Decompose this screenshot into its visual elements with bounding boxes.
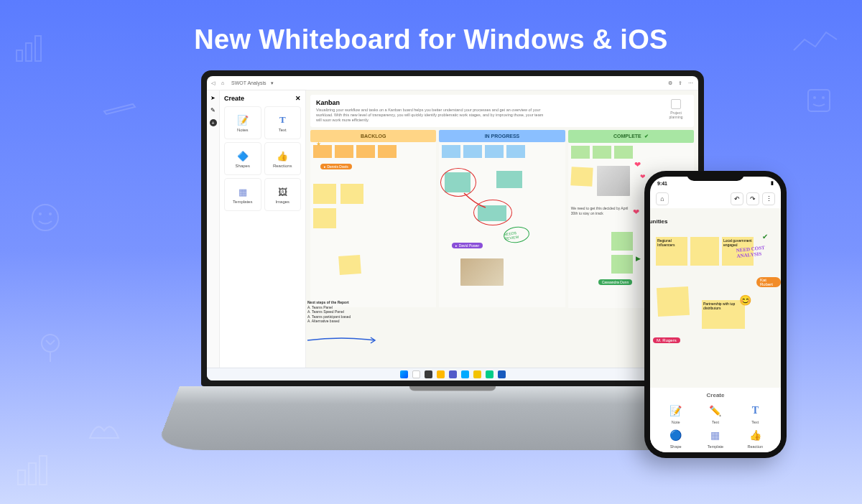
sticky-note[interactable]: Regional Influencers [656,237,687,266]
star-icon: ★ [316,141,321,147]
sticky-note[interactable] [485,145,504,158]
sticky-note[interactable] [463,145,482,158]
create-panel: Create ✕ 📝Notes TText 🔷Shapes 👍Reactions… [220,90,306,368]
create-templates[interactable]: ▦Templates [224,178,261,211]
svg-point-3 [32,205,58,230]
user-pill-kat[interactable]: Kat Robert [756,277,781,287]
sticky-note[interactable] [442,145,460,158]
folder-icon[interactable] [473,370,481,378]
explorer-icon[interactable] [437,370,445,378]
user-pill-david[interactable]: ▸ David Power [452,243,483,248]
sticky-note[interactable] [496,171,522,188]
template-title: Kanban [316,99,546,106]
phone-device: 9:41 ▮ ⌂ ↶ ↷ ⋮ Opportunities Regional In… [644,171,787,458]
whiteboard-canvas[interactable]: Kanban Visualizing your workflow and tas… [306,90,698,368]
svg-point-5 [49,213,52,215]
create-images[interactable]: 🖼Images [264,178,302,211]
back-icon[interactable]: ◁ [211,80,217,86]
caption-text: We need to get this decided by April 30t… [571,206,629,215]
app-titlebar: ◁ ⌂ SWOT Analysis ▾ ⚙ ⇪ ⋯ [207,76,698,90]
home-button[interactable]: ⌂ [656,192,669,205]
image-elephant[interactable] [460,258,504,286]
sticky-note[interactable] [611,232,633,251]
sticky-note[interactable] [313,208,336,228]
laptop-device: ◁ ⌂ SWOT Analysis ▾ ⚙ ⇪ ⋯ ➤ ✎ + [201,70,704,469]
note-icon: 📝 [668,403,684,419]
sticky-note[interactable] [313,184,336,204]
annotation-list: Next steps of the Report A. Teams Panel … [307,300,351,324]
phone-canvas[interactable]: Opportunities Regional Influencers Local… [650,208,781,388]
sticky-note[interactable] [340,184,363,204]
phone-create-text[interactable]: TText [737,403,774,424]
template-category-badge: Project planning [664,99,688,123]
sticky-note[interactable] [378,145,397,158]
phone-create-title: Create [657,392,774,398]
svg-point-7 [813,96,816,99]
ink-needs-review: NEEDS REVIEW [503,225,531,245]
sticky-note[interactable] [571,146,590,159]
taskview-icon[interactable] [425,370,432,378]
skype-icon[interactable] [461,370,469,378]
sticky-note[interactable]: Partnership with top distributors [702,300,745,329]
sticky-note[interactable] [506,145,525,158]
redo-button[interactable]: ↷ [746,192,759,205]
svg-point-8 [822,96,825,99]
search-icon[interactable] [412,370,420,378]
phone-create-note[interactable]: 📝Note [657,403,694,424]
sticky-note[interactable] [338,255,361,275]
svg-rect-1 [26,43,32,61]
text-icon: T [276,113,289,126]
svg-rect-6 [808,90,830,111]
phone-create-reaction[interactable]: 👍Reaction [737,427,774,449]
more-button[interactable]: ⋮ [762,192,775,205]
tool-rail: ➤ ✎ + [207,90,220,368]
image-dog[interactable] [597,166,630,196]
user-pill-cassandra[interactable]: Cassandra Dunn [598,279,633,285]
create-notes[interactable]: 📝Notes [224,106,261,139]
sticky-note[interactable] [611,255,633,274]
reaction-icon: 👍 [747,427,763,443]
template-header: Kanban Visualizing your workflow and tas… [310,95,694,127]
edge-icon[interactable] [486,370,493,378]
sticky-note[interactable] [335,145,353,158]
start-icon[interactable] [400,370,408,378]
phone-create-shape[interactable]: 🔵Shape [657,427,694,449]
svg-rect-14 [29,463,36,485]
user-pill-rogers[interactable]: M. Rogers [653,337,680,343]
phone-create-template[interactable]: ▦Template [697,427,733,449]
word-icon[interactable] [498,370,506,378]
teams-icon[interactable] [449,370,457,378]
create-shapes[interactable]: 🔷Shapes [224,142,261,175]
home-icon[interactable]: ⌂ [221,80,227,86]
share-icon[interactable]: ⇪ [678,80,684,86]
pen-tool-icon[interactable]: ✎ [210,107,216,113]
template-icon: ▦ [708,427,723,443]
sticky-note[interactable] [614,146,633,159]
more-icon[interactable]: ⋯ [688,80,694,86]
svg-rect-2 [35,36,41,61]
sticky-note[interactable] [657,286,690,317]
svg-rect-13 [18,470,25,485]
phone-create-pen[interactable]: ✏️Text [697,403,733,424]
sticky-note[interactable] [570,167,593,187]
settings-icon[interactable]: ⚙ [668,80,674,86]
dropdown-icon[interactable]: ▾ [271,80,274,86]
sticky-note[interactable] [593,146,611,159]
phone-create-panel: Create 📝Note ✏️Text TText 🔵Shape ▦Templa… [650,388,781,452]
col-header-progress: IN PROGRESS [439,130,565,142]
notes-icon: 📝 [236,113,249,126]
sticky-note[interactable] [356,145,375,158]
create-text[interactable]: TText [264,106,302,139]
svg-rect-0 [17,50,22,61]
cursor-tool-icon[interactable]: ➤ [210,95,216,101]
add-tool-icon[interactable]: + [210,119,217,126]
user-pill-dennis[interactable]: ▸ Dennis Davis [320,164,352,169]
create-reactions[interactable]: 👍Reactions [264,142,302,175]
shape-icon: 🔵 [668,427,684,443]
check-icon: ✔ [762,233,768,241]
close-panel-icon[interactable]: ✕ [295,95,301,102]
undo-button[interactable]: ↶ [731,192,743,205]
document-title: SWOT Analysis [231,80,267,85]
headline: New Whiteboard for Windows & iOS [0,0,862,55]
sticky-note[interactable] [690,237,719,266]
